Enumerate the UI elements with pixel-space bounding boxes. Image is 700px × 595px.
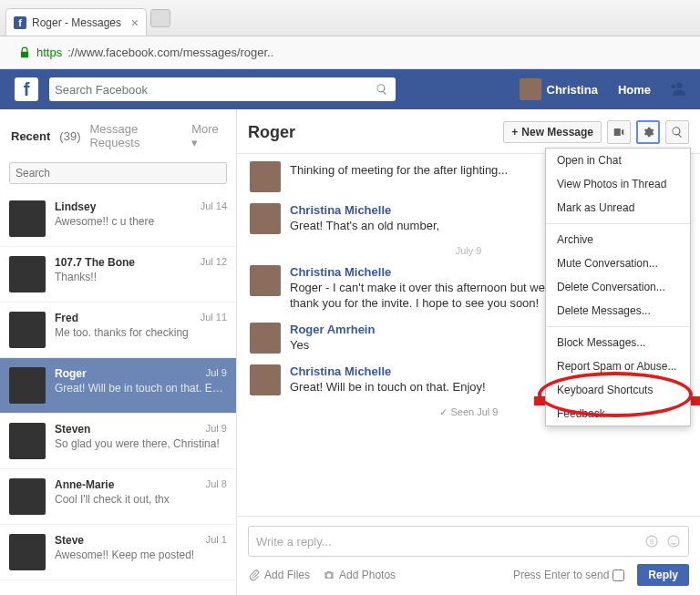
conv-name: Anne-Marie — [55, 478, 114, 491]
conv-preview: Awesome!! c u there — [55, 215, 227, 228]
user-name: Christina — [547, 83, 598, 97]
avatar — [250, 203, 281, 234]
reply-button[interactable]: Reply — [637, 564, 689, 586]
conv-preview: Me too. thanks for checking — [55, 326, 227, 339]
friends-icon[interactable] — [667, 80, 685, 98]
dollar-icon[interactable]: $ — [644, 534, 659, 549]
avatar — [9, 200, 46, 237]
menu-item[interactable]: Feedback — [546, 402, 690, 426]
avatar — [9, 423, 46, 459]
url-protocol: https — [36, 46, 62, 59]
avatar — [9, 367, 46, 404]
menu-item[interactable]: Keyboard Shortcuts — [546, 378, 690, 402]
new-message-button[interactable]: + New Message — [503, 121, 602, 143]
conv-name: Roger — [55, 367, 87, 380]
conversation-item[interactable]: 107.7 The BoneJul 12Thanks!! — [0, 247, 236, 303]
reply-textarea[interactable]: Write a reply... $ — [248, 526, 689, 557]
thread-search-button[interactable] — [665, 120, 689, 144]
svg-point-3 — [671, 539, 672, 540]
menu-separator — [546, 326, 690, 327]
avatar — [9, 256, 46, 292]
search-icon[interactable] — [376, 83, 390, 96]
menu-separator — [546, 223, 690, 224]
avatar — [250, 364, 281, 395]
add-files-button[interactable]: Add Files — [248, 569, 310, 581]
facebook-header: f Christina Home — [0, 69, 700, 109]
emoji-icon[interactable] — [666, 534, 681, 549]
conv-name: 107.7 The Bone — [55, 256, 135, 269]
conversation-item[interactable]: StevenJul 9So glad you were there, Chris… — [0, 414, 236, 469]
avatar — [250, 323, 281, 354]
menu-item[interactable]: Report Spam or Abuse... — [546, 354, 690, 378]
message-requests[interactable]: Message Requests — [89, 122, 182, 149]
new-tab-button[interactable] — [150, 9, 170, 27]
menu-item[interactable]: Block Messages... — [546, 331, 690, 354]
avatar — [9, 534, 46, 570]
svg-point-2 — [668, 536, 679, 547]
conversation-sidebar: Recent (39) Message Requests More ▾ Lind… — [0, 109, 237, 595]
search-input[interactable] — [55, 83, 376, 97]
composer: Write a reply... $ Add Files A — [237, 516, 700, 595]
add-photos-button[interactable]: Add Photos — [323, 569, 396, 581]
conv-date: Jul 14 — [201, 200, 227, 213]
conversation-settings-menu: Open in ChatView Photos in ThreadMark as… — [545, 148, 691, 426]
facebook-favicon-icon: f — [14, 16, 26, 29]
conv-name: Lindsey — [55, 200, 96, 213]
conversation-item[interactable]: LindseyJul 14Awesome!! c u there — [0, 191, 236, 247]
url-path: ://www.facebook.com/messages/roger.. — [67, 46, 273, 59]
paperclip-icon — [248, 569, 261, 581]
enter-checkbox[interactable] — [612, 569, 624, 581]
conversation-item[interactable]: FredJul 11Me too. thanks for checking — [0, 303, 236, 358]
more-dropdown[interactable]: More ▾ — [191, 122, 225, 149]
close-tab-icon[interactable]: × — [131, 15, 139, 30]
video-call-button[interactable] — [607, 120, 631, 144]
conv-date: Jul 8 — [206, 478, 227, 491]
settings-gear-button[interactable] — [636, 120, 660, 144]
conversation-item[interactable]: Anne-MarieJul 8Cool I'll check it out, t… — [0, 469, 236, 525]
thread-panel: Roger + New Message Thinking of meeting … — [237, 109, 700, 595]
avatar — [9, 478, 46, 515]
conversation-item[interactable]: RogerJul 9Great! Will be in touch on tha… — [0, 358, 236, 414]
home-link[interactable]: Home — [618, 83, 651, 97]
browser-tab-bar: f Roger - Messages × — [0, 0, 700, 36]
press-enter-toggle[interactable]: Press Enter to send — [513, 569, 624, 581]
conv-preview: Thanks!! — [55, 271, 227, 283]
conversation-item[interactable]: SteveJul 1Awesome!! Keep me posted! — [0, 525, 236, 580]
svg-text:$: $ — [650, 538, 654, 546]
sidebar-search-input[interactable] — [9, 162, 227, 184]
menu-item[interactable]: Archive — [546, 228, 690, 251]
conv-preview: Awesome!! Keep me posted! — [55, 549, 227, 561]
menu-item[interactable]: Mark as Unread — [546, 196, 690, 220]
check-icon: ✓ — [439, 406, 448, 418]
conv-date: Jul 12 — [201, 256, 227, 269]
address-bar[interactable]: https://www.facebook.com/messages/roger.… — [0, 36, 700, 69]
menu-item[interactable]: Open in Chat — [546, 149, 690, 172]
avatar — [250, 161, 281, 192]
camera-icon — [323, 569, 335, 581]
avatar — [250, 265, 281, 296]
conv-name: Steve — [55, 534, 84, 547]
conv-date: Jul 9 — [206, 423, 227, 436]
conv-preview: Great! Will be in touch on that. En... — [55, 382, 227, 395]
menu-item[interactable]: Delete Conversation... — [546, 275, 690, 299]
avatar — [9, 312, 46, 348]
plus-icon: + — [511, 126, 518, 138]
conv-preview: So glad you were there, Christina! — [55, 437, 227, 450]
header-user[interactable]: Christina — [520, 78, 598, 100]
svg-point-4 — [674, 539, 675, 540]
conv-date: Jul 1 — [206, 534, 227, 547]
facebook-logo-icon[interactable]: f — [15, 77, 38, 101]
conv-name: Fred — [55, 312, 78, 324]
conv-date: Jul 11 — [201, 312, 227, 324]
header-search[interactable] — [49, 77, 396, 101]
menu-item[interactable]: Mute Conversation... — [546, 251, 690, 275]
lock-icon — [18, 46, 31, 59]
tab-title: Roger - Messages — [32, 16, 121, 29]
conv-name: Steven — [55, 423, 90, 436]
conv-date: Jul 9 — [206, 367, 227, 380]
recent-label: Recent — [11, 129, 50, 143]
browser-tab[interactable]: f Roger - Messages × — [5, 8, 147, 36]
menu-item[interactable]: Delete Messages... — [546, 299, 690, 323]
menu-item[interactable]: View Photos in Thread — [546, 172, 690, 196]
conv-preview: Cool I'll check it out, thx — [55, 493, 227, 506]
